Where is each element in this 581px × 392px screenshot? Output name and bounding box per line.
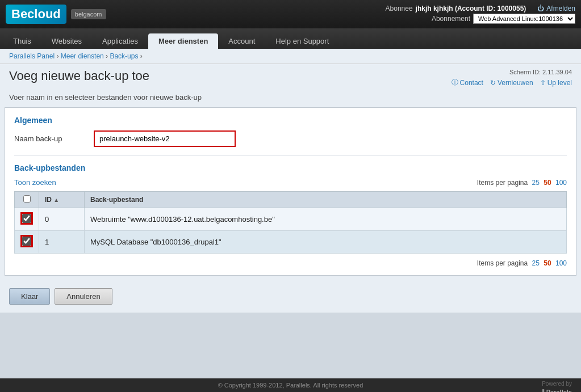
items-50-link[interactable]: 50	[544, 179, 551, 187]
abonnee-line: Abonnee jhkjh kjhkjh (Account ID: 100005…	[386, 5, 575, 12]
items-per-page-bottom: Items per pagina 25 50 100	[14, 259, 567, 267]
row-1-id: 1	[39, 231, 85, 254]
breadcrumb-meer-diensten[interactable]: Meer diensten	[61, 52, 104, 60]
abonnee-value: jhkjh kjhkjh (Account ID: 1000055)	[416, 5, 526, 12]
toon-zoeken-link[interactable]: Toon zoeken	[14, 178, 56, 187]
table-row: 1 MySQL Database "db1000136_drupal1"	[15, 231, 567, 254]
items-25-bottom-link[interactable]: 25	[532, 259, 540, 267]
powered-by-label: Powered by	[542, 381, 572, 387]
afmelden-label: Afmelden	[546, 5, 575, 12]
nav-tab-account[interactable]: Account	[218, 33, 265, 49]
nav-tab-meer-diensten[interactable]: Meer diensten	[148, 33, 218, 49]
main-content: Parallels Panel › Meer diensten › Back-u…	[0, 49, 581, 313]
backup-files-table: ID ▲ Back-upbestand 0 We	[14, 191, 567, 254]
abonnement-line: Abonnement Web Advanced Linux:1000136	[432, 14, 575, 24]
row-1-check-cell	[15, 231, 39, 254]
logo[interactable]: Becloud	[6, 5, 66, 24]
abonnee-label: Abonnee	[386, 5, 413, 12]
vernieuwen-label: Vernieuwen	[498, 79, 533, 87]
afmelden-button[interactable]: ⏻ Afmelden	[537, 5, 575, 12]
breadcrumb: Parallels Panel › Meer diensten › Back-u…	[0, 49, 581, 64]
algemeen-section-title: Algemeen	[14, 116, 567, 125]
content-header: Voeg nieuwe back-up toe Scherm ID: 2.11.…	[0, 64, 581, 90]
row-1-checkbox-wrapper	[20, 235, 33, 247]
subscription-select[interactable]: Web Advanced Linux:1000136	[473, 14, 575, 24]
spacer	[0, 313, 581, 378]
contact-label: Contact	[460, 79, 483, 87]
abonnement-label: Abonnement	[432, 15, 470, 23]
parallels-icon: ⦀	[542, 388, 545, 392]
row-0-checkbox[interactable]	[22, 214, 31, 223]
annuleren-button[interactable]: Annuleren	[55, 288, 112, 305]
logo-text: Becloud	[11, 7, 61, 21]
up-icon: ⇧	[540, 79, 546, 87]
naam-backup-row: Naam back-up	[14, 130, 567, 147]
buttons-area: Klaar Annuleren	[0, 280, 581, 313]
id-col-label: ID	[45, 196, 52, 204]
page-description: Voer naam in en selecteer bestanden voor…	[0, 90, 581, 107]
table-header-backupbestand: Back-upbestand	[85, 192, 567, 208]
header: Becloud belgacom Abonnee jhkjh kjhkjh (A…	[0, 0, 581, 28]
header-right: Abonnee jhkjh kjhkjh (Account ID: 100005…	[386, 5, 575, 24]
section-divider	[14, 155, 567, 155]
items-per-page-bottom-label: Items per pagina	[477, 259, 528, 267]
screen-id: Scherm ID: 2.11.39.04	[452, 69, 572, 75]
contact-link[interactable]: ⓘ Contact	[452, 78, 483, 87]
nav-tab-thuis[interactable]: Thuis	[3, 33, 41, 49]
parallels-logo: ⦀ Parallels	[542, 388, 572, 392]
items-per-page-top: Items per pagina 25 50 100	[477, 179, 567, 187]
naam-backup-input[interactable]	[94, 130, 236, 147]
row-0-description: Webruimte "www.d1000136-12.uat.belgacomh…	[85, 208, 567, 231]
vernieuwen-link[interactable]: ↻ Vernieuwen	[490, 78, 533, 87]
backupfiles-section-title: Back-upbestanden	[14, 163, 567, 172]
naam-backup-label: Naam back-up	[14, 134, 94, 143]
nav-tab-help[interactable]: Help en Support	[265, 33, 339, 49]
table-header-check	[15, 192, 39, 208]
items-100-bottom-link[interactable]: 100	[555, 259, 567, 267]
backupfiles-header: Toon zoeken Items per pagina 25 50 100	[14, 178, 567, 187]
page-title: Voeg nieuwe back-up toe	[9, 69, 149, 83]
items-25-link[interactable]: 25	[532, 179, 540, 187]
row-0-id: 0	[39, 208, 85, 231]
powered-by: Powered by ⦀ Parallels	[542, 381, 572, 392]
items-100-link[interactable]: 100	[555, 179, 567, 187]
items-per-page-label: Items per pagina	[477, 179, 528, 187]
table-row: 0 Webruimte "www.d1000136-12.uat.belgaco…	[15, 208, 567, 231]
breadcrumb-backups[interactable]: Back-ups	[110, 52, 138, 60]
nav-tab-applicaties[interactable]: Applicaties	[92, 33, 148, 49]
items-50-bottom-link[interactable]: 50	[544, 259, 551, 267]
row-1-checkbox[interactable]	[22, 237, 31, 246]
copyright-text: © Copyright 1999-2012, Parallels. All ri…	[218, 382, 363, 389]
logo-area: Becloud belgacom	[6, 5, 106, 24]
question-icon: ⓘ	[452, 78, 458, 87]
footer: © Copyright 1999-2012, Parallels. All ri…	[0, 378, 581, 392]
action-links: ⓘ Contact ↻ Vernieuwen ⇧ Up level	[452, 78, 572, 87]
power-icon: ⏻	[537, 5, 544, 12]
main-nav: Thuis Websites Applicaties Meer diensten…	[0, 28, 581, 49]
parallels-text: Parallels	[546, 389, 572, 393]
nav-tab-websites[interactable]: Websites	[41, 33, 92, 49]
row-0-check-cell	[15, 208, 39, 231]
refresh-icon: ↻	[490, 79, 496, 87]
breadcrumb-parallels[interactable]: Parallels Panel	[9, 52, 55, 60]
row-1-description: MySQL Database "db1000136_drupal1"	[85, 231, 567, 254]
table-header-id[interactable]: ID ▲	[39, 192, 85, 208]
partner-logo: belgacom	[71, 9, 106, 19]
content-body: Algemeen Naam back-up Back-upbestanden T…	[5, 107, 576, 276]
select-all-checkbox[interactable]	[23, 195, 31, 203]
uplevel-link[interactable]: ⇧ Up level	[540, 78, 572, 87]
sort-arrow-icon: ▲	[53, 197, 59, 203]
klaar-button[interactable]: Klaar	[9, 288, 50, 305]
screen-id-area: Scherm ID: 2.11.39.04 ⓘ Contact ↻ Vernie…	[452, 69, 572, 87]
uplevel-label: Up level	[547, 79, 572, 87]
row-0-checkbox-wrapper	[20, 212, 33, 225]
